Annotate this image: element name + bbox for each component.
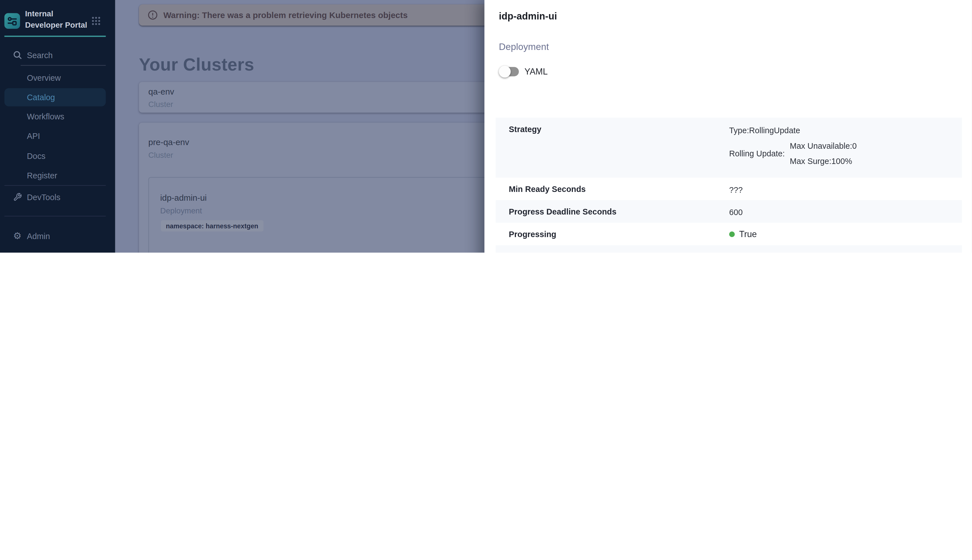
sidebar-item-devtools[interactable]: DevTools — [0, 190, 115, 205]
detail-label: Available — [509, 252, 544, 253]
sidebar-item-overview[interactable]: Overview — [0, 70, 115, 85]
detail-value: Type:RollingUpdate Rolling Update: Max U… — [729, 126, 857, 166]
rolling-update-label: Rolling Update: — [729, 149, 785, 158]
app-title: Internal Developer Portal — [25, 9, 92, 31]
max-surge: Max Surge:100% — [790, 157, 857, 166]
sidebar-item-workflows[interactable]: Workflows — [0, 109, 115, 124]
sidebar-item-api[interactable]: API — [0, 128, 115, 143]
yaml-toggle-label: YAML — [524, 66, 548, 76]
yaml-toggle[interactable] — [499, 65, 520, 77]
detail-value: 600 — [729, 208, 743, 217]
detail-label: Progress Deadline Seconds — [509, 207, 616, 217]
app-window: Internal Developer Portal Search Overvie… — [0, 0, 972, 253]
detail-row-strategy: Strategy Type:RollingUpdate Rolling Upda… — [496, 118, 962, 178]
sidebar-item-admin[interactable]: Admin — [0, 228, 115, 243]
sidebar-item-label: Workflows — [27, 112, 64, 121]
detail-row-min-ready-seconds: Min Ready Seconds ??? — [496, 178, 962, 200]
search-underline — [21, 65, 105, 65]
deployment-details-table: Strategy Type:RollingUpdate Rolling Upda… — [496, 118, 962, 253]
app-logo[interactable] — [5, 13, 20, 29]
detail-status: True — [729, 252, 757, 253]
detail-row-progressing: Progressing True — [496, 223, 962, 245]
search-icon — [13, 51, 22, 62]
max-unavailable: Max Unavailable:0 — [790, 142, 857, 151]
sidebar-item-label: Catalog — [27, 92, 55, 102]
sidebar-item-docs[interactable]: Docs — [0, 148, 115, 163]
sidebar-accent-divider — [5, 35, 106, 37]
sidebar-divider — [5, 216, 106, 217]
details-drawer: idp-admin-ui ✕ Deployment YAML Strategy … — [484, 0, 972, 253]
detail-row-available: Available True — [496, 245, 962, 253]
sidebar-item-label: Admin — [27, 231, 50, 240]
sidebar-item-label: DevTools — [27, 192, 60, 202]
status-dot-icon — [729, 231, 735, 237]
sidebar-item-label: Overview — [27, 73, 61, 82]
status-label: True — [739, 252, 757, 253]
status-label: True — [739, 229, 757, 239]
detail-row-progress-deadline-seconds: Progress Deadline Seconds 600 — [496, 200, 962, 223]
drawer-subtitle: Deployment — [499, 41, 549, 52]
sidebar-item-label: API — [27, 131, 40, 140]
sidebar-item-label: Docs — [27, 151, 45, 160]
search-input[interactable]: Search — [0, 49, 115, 62]
detail-value: ??? — [729, 185, 743, 195]
drawer-title: idp-admin-ui — [499, 11, 557, 22]
apps-grid-icon[interactable] — [92, 17, 101, 28]
logo-icon — [6, 15, 18, 27]
sidebar-item-label: Register — [27, 170, 57, 180]
detail-status: True — [729, 229, 757, 239]
sidebar: Internal Developer Portal Search Overvie… — [0, 0, 115, 253]
sidebar-item-register[interactable]: Register — [0, 168, 115, 183]
search-placeholder: Search — [27, 51, 53, 60]
toggle-knob — [499, 66, 511, 78]
sidebar-divider — [5, 185, 106, 186]
detail-label: Progressing — [509, 230, 556, 239]
sidebar-item-catalog[interactable]: Catalog — [0, 90, 115, 105]
modal-backdrop[interactable] — [115, 0, 484, 253]
detail-label: Strategy — [509, 125, 541, 134]
strategy-type: Type:RollingUpdate — [729, 126, 857, 135]
detail-label: Min Ready Seconds — [509, 185, 586, 194]
